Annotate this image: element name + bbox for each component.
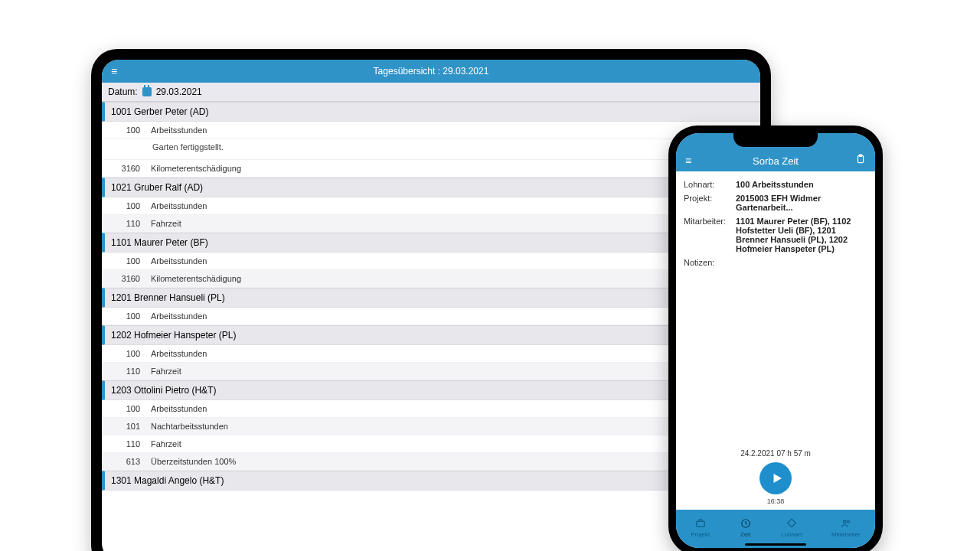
time-row[interactable]: 100Arbeitsstunden xyxy=(102,400,760,418)
employee-header[interactable]: 1101 Maurer Peter (BF) xyxy=(102,233,760,253)
tab-label: Mitarbeiter xyxy=(831,531,861,538)
row-label: Überzeitstunden 100% xyxy=(151,457,236,466)
tab-projekt[interactable]: Projekt xyxy=(691,517,710,538)
time-row[interactable]: 3160Kilometerentschädigung xyxy=(102,270,760,288)
field-label: Notizen: xyxy=(684,258,731,267)
row-label: Arbeitsstunden xyxy=(151,404,207,413)
menu-icon[interactable]: ≡ xyxy=(111,60,117,83)
time-row[interactable]: 100Arbeitsstunden xyxy=(102,253,760,270)
briefcase-icon xyxy=(694,517,707,530)
tablet-header: ≡ Tagesübersicht : 29.03.2021 xyxy=(102,60,760,83)
tab-lohnart[interactable]: Lohnart xyxy=(781,517,802,538)
row-label: Fahrzeit xyxy=(151,367,181,376)
tab-bar: Projekt Zeit Lohnart Mitarbeiter xyxy=(676,510,875,548)
field-value xyxy=(736,258,867,267)
tablet-screen: ≡ Tagesübersicht : 29.03.2021 Datum: 29.… xyxy=(102,60,760,551)
time-row[interactable]: 100Arbeitsstunden xyxy=(102,308,760,325)
clock: 16:38 xyxy=(684,497,867,505)
row-code: 110 xyxy=(114,439,140,448)
time-row[interactable]: 100Arbeitsstunden xyxy=(102,345,760,363)
employee-header[interactable]: 1203 Ottolini Pietro (H&T) xyxy=(102,380,760,400)
clipboard-icon[interactable] xyxy=(855,154,866,167)
employee-header[interactable]: 1201 Brenner Hansueli (PL) xyxy=(102,288,760,308)
tab-mitarbeiter[interactable]: Mitarbeiter xyxy=(831,517,861,538)
time-row[interactable]: 100Arbeitsstunden xyxy=(102,122,760,139)
phone-body: Lohnart: 100 Arbeitsstunden Projekt: 201… xyxy=(676,171,875,510)
employee-header[interactable]: 1001 Gerber Peter (AD) xyxy=(102,102,760,122)
menu-icon[interactable]: ≡ xyxy=(685,155,691,167)
timestamp: 24.2.2021 07 h 57 m xyxy=(684,449,867,458)
field-label: Projekt: xyxy=(684,194,731,212)
row-label: Arbeitsstunden xyxy=(151,349,207,358)
date-bar[interactable]: Datum: 29.03.2021 xyxy=(102,83,760,102)
calendar-icon xyxy=(142,87,152,96)
date-label: Datum: xyxy=(108,86,138,97)
row-code: 100 xyxy=(114,126,140,135)
tag-icon xyxy=(786,517,798,530)
play-button[interactable] xyxy=(760,462,792,494)
time-row[interactable]: 110Fahrzeit xyxy=(102,215,760,233)
row-label: Arbeitsstunden xyxy=(151,256,207,266)
time-row[interactable]: 110Fahrzeit xyxy=(102,435,760,453)
page-title: Tagesübersicht : 29.03.2021 xyxy=(374,66,489,77)
row-code: 110 xyxy=(114,219,140,228)
field-mitarbeiter: Mitarbeiter: 1101 Maurer Peter (BF), 110… xyxy=(684,214,867,256)
row-code: 110 xyxy=(114,367,140,376)
tab-label: Zeit xyxy=(740,531,750,538)
row-code: 100 xyxy=(114,404,140,413)
home-indicator[interactable] xyxy=(745,543,806,546)
field-lohnart: Lohnart: 100 Arbeitsstunden xyxy=(684,178,867,191)
row-label: Fahrzeit xyxy=(151,219,181,228)
row-label: Arbeitsstunden xyxy=(151,311,207,321)
tab-label: Lohnart xyxy=(781,531,802,538)
employee-header[interactable]: 1301 Magaldi Angelo (H&T) xyxy=(102,471,760,491)
people-icon xyxy=(840,517,852,530)
row-code: 100 xyxy=(114,256,140,266)
time-row[interactable]: 100Arbeitsstunden xyxy=(102,197,760,215)
row-label: Fahrzeit xyxy=(151,439,181,448)
phone-title: Sorba Zeit xyxy=(753,155,799,167)
field-value: 1101 Maurer Peter (BF), 1102 Hofstetter … xyxy=(736,217,867,253)
row-code: 100 xyxy=(114,201,140,210)
row-code: 3160 xyxy=(114,164,140,173)
field-value: 2015003 EFH Widmer Gartenarbeit... xyxy=(736,194,867,212)
svg-point-4 xyxy=(843,520,846,523)
row-label: Arbeitsstunden xyxy=(151,126,207,135)
employee-header[interactable]: 1202 Hofmeier Hanspeter (PL) xyxy=(102,325,760,345)
field-value: 100 Arbeitsstunden xyxy=(736,180,867,189)
row-label: Arbeitsstunden xyxy=(151,201,207,210)
employee-header[interactable]: 1021 Gruber Ralf (AD) xyxy=(102,178,760,197)
row-code: 100 xyxy=(114,349,140,358)
time-row[interactable]: 3160Kilometerentschädigung xyxy=(102,160,760,178)
row-code: 3160 xyxy=(114,274,140,283)
row-label: Nachtarbeitsstunden xyxy=(151,422,228,431)
row-label: Kilometerentschädigung xyxy=(151,164,241,173)
field-projekt: Projekt: 2015003 EFH Widmer Gartenarbeit… xyxy=(684,191,867,214)
row-code: 101 xyxy=(114,422,140,431)
phone-device: ≡ Sorba Zeit Lohnart: 100 Arbeitsstunden… xyxy=(668,126,883,551)
date-value: 29.03.2021 xyxy=(156,86,202,97)
clock-icon xyxy=(740,517,752,530)
field-notizen: Notizen: xyxy=(684,256,867,269)
row-label: Kilometerentschädigung xyxy=(151,274,241,283)
row-code: 100 xyxy=(114,311,140,321)
svg-rect-1 xyxy=(859,155,862,156)
field-label: Mitarbeiter: xyxy=(684,217,731,253)
svg-point-5 xyxy=(847,520,849,523)
row-note: Garten fertiggstellt. xyxy=(102,139,760,160)
phone-screen: ≡ Sorba Zeit Lohnart: 100 Arbeitsstunden… xyxy=(676,133,875,548)
row-code: 613 xyxy=(114,457,140,466)
time-row[interactable]: 101Nachtarbeitsstunden xyxy=(102,418,760,435)
field-label: Lohnart: xyxy=(684,180,731,189)
time-row[interactable]: 110Fahrzeit xyxy=(102,363,760,380)
phone-notch xyxy=(733,133,818,147)
time-row[interactable]: 613Überzeitstunden 100% xyxy=(102,453,760,471)
employee-list: 1001 Gerber Peter (AD)100ArbeitsstundenG… xyxy=(102,102,760,551)
tab-zeit[interactable]: Zeit xyxy=(740,517,752,538)
svg-rect-2 xyxy=(696,521,704,527)
tab-label: Projekt xyxy=(691,531,710,538)
